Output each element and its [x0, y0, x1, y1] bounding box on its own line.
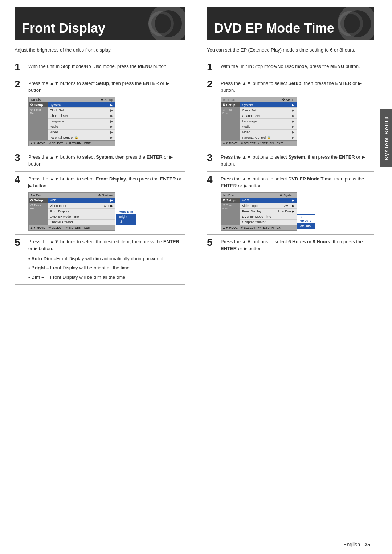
right-sidebar2-timer: ⏱ Timer Rec. [221, 203, 240, 211]
left-menu2-body: ⚙ Setup ⏱ Timer Rec. VCR▶ Video Input: A… [29, 198, 115, 225]
right-step-1: 1 With the unit in Stop mode/No Disc mod… [207, 63, 374, 72]
right-popup: ✓ 6Hours 8Hours [297, 214, 315, 229]
right-menu1-row-clockset: Clock Set▶ [240, 108, 297, 113]
right-step-5: 5 Press the ▲▼ buttons to select 6 Hours… [207, 238, 374, 252]
right-menu1-main: System▶ Clock Set▶ Channel Set▶ Language… [240, 102, 297, 140]
left-intro: Adjust the brightness of the unit's fron… [15, 46, 185, 54]
right-menu2-header-left: No Disc [223, 194, 235, 197]
menu1-row-clockset: Clock Set▶ [48, 108, 115, 113]
step-num-3: 3 [15, 153, 25, 168]
divider-1 [15, 59, 185, 59]
left-step-2: 2 Press the ▲▼ buttons to select Setup, … [15, 80, 185, 94]
bullet-text-autodim: Front Display will dim automatically dur… [56, 255, 185, 262]
left-menu2-header: No Disc ❖ System [29, 193, 115, 198]
left-menu2-container: No Disc ❖ System ⚙ Setup ⏱ Timer Rec. VC… [28, 192, 185, 231]
right-menu1-row-language: Language▶ [240, 119, 297, 124]
left-step-1: 1 With the unit in Stop mode/No Disc mod… [15, 63, 185, 72]
right-menu1-container: No Disc ❖ Setup ⚙ Setup ⏱ Timer Rec. Sys… [221, 97, 374, 146]
right-step-content-5: Press the ▲▼ buttons to select 6 Hours o… [221, 238, 374, 252]
right-step-num-4: 4 [207, 175, 217, 190]
right-sidebar-timer: ⏱ Timer Rec. [221, 107, 240, 115]
menu1-row-parental: Parental Control 🔒▶ [48, 135, 115, 140]
right-disc-decoration [338, 7, 374, 40]
right-menu2: No Disc ❖ System ⚙ Setup ⏱ Timer Rec. VC… [221, 192, 297, 231]
menu1-row-audio: Audio▶ [48, 124, 115, 130]
footer-text: English - 35 [343, 542, 370, 547]
right-sidebar2-setup: ⚙ Setup [221, 198, 240, 203]
menu2-header-left: No Disc [31, 194, 42, 197]
right-menu2-row-videoinput: Video Input: AV 1 ▶ [240, 203, 297, 209]
right-step-content-2: Press the ▲▼ buttons to select Setup, th… [221, 80, 374, 94]
right-intro: You can set the EP (Extended Play) mode'… [207, 46, 374, 54]
menu2-row-dvdep: DVD EP Mode Time [48, 214, 115, 220]
step-content-3: Press the ▲▼ buttons to select System, t… [28, 154, 185, 168]
right-divider-1 [207, 59, 374, 59]
right-sidebar-setup: ⚙ Setup [221, 102, 240, 107]
right-step-content-4: Press the ▲▼ buttons to select DVD EP Mo… [221, 175, 374, 190]
right-menu1-body: ⚙ Setup ⏱ Timer Rec. System▶ Clock Set▶ [221, 102, 297, 140]
left-menu1-header: No Disc ❖ Setup [29, 97, 115, 102]
menu1-row-system: System▶ [48, 102, 115, 108]
menu1-row-channelset: Channel Set▶ [48, 113, 115, 119]
right-menu2-main: VCR▶ Video Input: AV 1 ▶ Front Display: … [240, 198, 297, 225]
divider-4 [15, 171, 185, 172]
menu2-row-chapter: Chapter Creator [48, 220, 115, 225]
right-column: DVD EP Mode Time You can set the EP (Ext… [196, 0, 392, 554]
right-menu2-header: No Disc ❖ System [221, 193, 297, 198]
left-menu2: No Disc ❖ System ⚙ Setup ⏱ Timer Rec. VC… [28, 192, 115, 231]
step-content-2: Press the ▲▼ buttons to select Setup, th… [28, 80, 185, 94]
right-step-content-3: Press the ▲▼ buttons to select System, t… [221, 154, 374, 168]
left-column: Front Display Adjust the brightness of t… [0, 0, 196, 554]
right-menu2-body: ⚙ Setup ⏱ Timer Rec. VCR▶ Video Input: A… [221, 198, 297, 225]
left-menu2-footer: ▲▼ MOVE⏎ SELECT↩ RETURNEXIT [29, 225, 115, 230]
menu2-row-vcr: VCR▶ [48, 198, 115, 203]
right-step-num-1: 1 [207, 62, 217, 72]
popup-autodim: Auto Dim [116, 209, 136, 214]
left-step-5: 5 Press the ▲▼ buttons to select the des… [15, 238, 185, 252]
step-num-2: 2 [15, 79, 25, 94]
popup-dim: Dim [116, 219, 136, 224]
right-menu1-row-video: Video▶ [240, 130, 297, 135]
right-menu1-sidebar: ⚙ Setup ⏱ Timer Rec. [221, 102, 240, 140]
right-step-2: 2 Press the ▲▼ buttons to select Setup, … [207, 80, 374, 94]
right-divider-2 [207, 76, 374, 76]
bullet-label-autodim: • Auto Dim – [28, 255, 56, 262]
sidebar2-setup: ⚙ Setup [29, 198, 48, 203]
left-menu1-sidebar: ⚙ Setup ⏱ Timer Rec. [29, 102, 48, 140]
step-content-4: Press the ▲▼ buttons to select Front Dis… [28, 175, 185, 190]
right-step-4: 4 Press the ▲▼ buttons to select DVD EP … [207, 175, 374, 190]
step-num-4: 4 [15, 175, 25, 190]
right-menu2-row-frontdisplay: Front Display: Auto Dim ▶ [240, 209, 297, 214]
right-step-num-2: 2 [207, 79, 217, 94]
right-menu1-footer: ▲▼ MOVE⏎ SELECT↩ RETURNEXIT [221, 140, 297, 146]
right-divider-6 [207, 256, 374, 256]
bullet-text-bright: Front Display will be bright all the tim… [50, 264, 185, 272]
bullet-autodim: • Auto Dim – Front Display will dim auto… [28, 255, 185, 262]
step-num-1: 1 [15, 62, 25, 72]
page-footer: English - 35 [343, 542, 370, 547]
left-menu1: No Disc ❖ Setup ⚙ Setup ⏱ Timer Rec. Sys… [28, 97, 115, 146]
left-menu2-sidebar: ⚙ Setup ⏱ Timer Rec. [29, 198, 48, 225]
right-popup-8hours: 8Hours [297, 223, 315, 228]
menu2-row-videoinput: Video Input: AV 1 ▶ [48, 203, 115, 209]
divider-3 [15, 150, 185, 150]
right-step-num-5: 5 [207, 237, 217, 252]
right-menu1-header-right: ❖ Setup [282, 98, 294, 102]
right-section-header: DVD EP Mode Time [207, 7, 374, 40]
right-step-3: 3 Press the ▲▼ buttons to select System,… [207, 154, 374, 168]
menu1-header-left: No Disc [31, 98, 42, 102]
left-menu1-container: No Disc ❖ Setup ⚙ Setup ⏱ Timer Rec. Sys… [28, 97, 185, 146]
bullet-dim: • Dim – Front Display will be dim all th… [28, 274, 185, 281]
sidebar-timer: ⏱ Timer Rec. [29, 107, 48, 115]
menu1-row-language: Language▶ [48, 119, 115, 124]
step-content-1: With the unit in Stop mode/No Disc mode,… [28, 63, 185, 72]
bullet-text-dim: Front Display will be dim all the time. [50, 274, 185, 281]
left-bullet-list: • Auto Dim – Front Display will dim auto… [28, 255, 185, 281]
left-menu2-main: VCR▶ Video Input: AV 1 ▶ Front Display A… [48, 198, 115, 225]
left-title: Front Display [22, 22, 105, 35]
side-tab-label: System Setup [383, 115, 389, 160]
sidebar2-timer: ⏱ Timer Rec. [29, 203, 48, 211]
side-tab: System Setup [380, 109, 392, 167]
right-divider-3 [207, 150, 374, 150]
divider-2 [15, 76, 185, 76]
